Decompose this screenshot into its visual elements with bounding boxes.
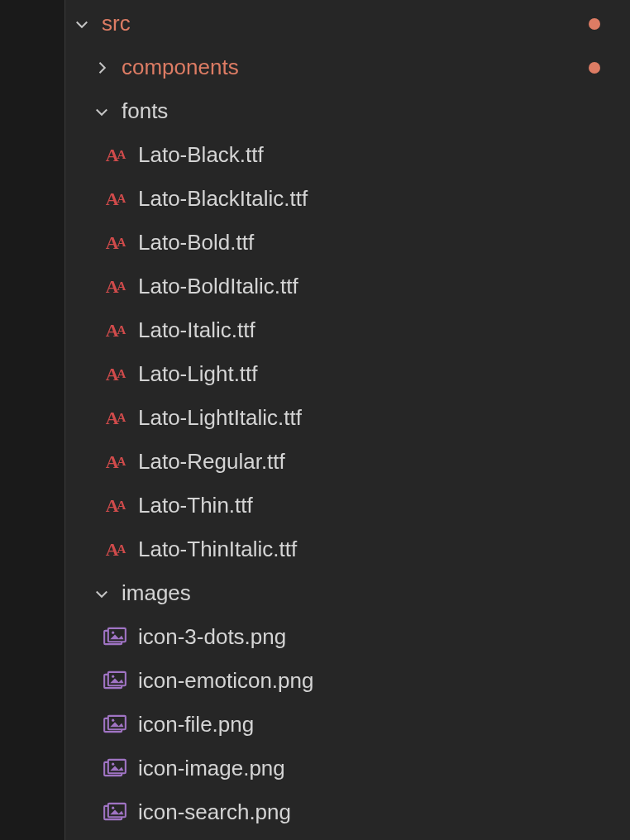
font-file-icon: AA: [103, 538, 126, 561]
file-Lato-BlackItalic-ttf[interactable]: AALato-BlackItalic.ttf: [65, 177, 630, 221]
image-file-icon: [103, 714, 126, 737]
svg-point-11: [112, 762, 114, 765]
file-label: Lato-LightItalic.ttf: [138, 405, 302, 431]
file-label: icon-3-dots.png: [138, 624, 286, 650]
file-Lato-ThinItalic-ttf[interactable]: AALato-ThinItalic.ttf: [65, 527, 630, 571]
file-label: Lato-Regular.ttf: [138, 449, 285, 475]
chevron-down-icon[interactable]: [93, 103, 110, 120]
font-file-icon: AA: [103, 275, 126, 298]
folder-label: src: [102, 11, 131, 36]
image-file-icon: [103, 801, 126, 824]
file-icon-file-png[interactable]: icon-file.png: [65, 703, 630, 747]
file-label: Lato-BoldItalic.ttf: [138, 274, 298, 299]
font-file-icon: AA: [103, 407, 126, 430]
file-Lato-Thin-ttf[interactable]: AALato-Thin.ttf: [65, 484, 630, 527]
font-file-icon: AA: [103, 451, 126, 474]
svg-point-2: [112, 631, 114, 633]
file-icon-3-dots-png[interactable]: icon-3-dots.png: [65, 615, 630, 659]
svg-point-5: [112, 675, 114, 677]
file-Lato-Regular-ttf[interactable]: AALato-Regular.ttf: [65, 440, 630, 484]
svg-rect-10: [108, 759, 126, 772]
file-label: icon-emoticon.png: [138, 668, 313, 694]
svg-rect-13: [108, 803, 126, 816]
file-label: Lato-Thin.ttf: [138, 493, 253, 518]
folder-fonts[interactable]: fonts: [65, 89, 630, 133]
modified-indicator-icon: [589, 18, 600, 30]
file-Lato-Italic-ttf[interactable]: AALato-Italic.ttf: [65, 308, 630, 352]
font-file-icon: AA: [103, 319, 126, 342]
file-label: Lato-Black.ttf: [138, 142, 264, 168]
chevron-right-icon[interactable]: [93, 60, 110, 76]
chevron-down-icon[interactable]: [93, 585, 110, 602]
file-label: Lato-Italic.ttf: [138, 317, 255, 343]
folder-label: images: [122, 580, 191, 606]
font-file-icon: AA: [103, 494, 126, 518]
file-icon-emoticon-png[interactable]: icon-emoticon.png: [65, 659, 630, 703]
svg-point-14: [112, 806, 114, 809]
file-label: Lato-Light.ttf: [138, 361, 258, 387]
font-file-icon: AA: [103, 188, 126, 211]
folder-src[interactable]: src: [65, 2, 630, 45]
image-file-icon: [103, 670, 126, 693]
file-label: Lato-Bold.ttf: [138, 230, 254, 255]
folder-label: fonts: [122, 98, 168, 124]
font-file-icon: AA: [103, 231, 126, 255]
activity-bar-gutter: [0, 0, 64, 840]
file-icon-image-png[interactable]: icon-image.png: [65, 747, 630, 790]
folder-images[interactable]: images: [65, 571, 630, 615]
chevron-down-icon[interactable]: [74, 16, 90, 32]
file-Lato-LightItalic-ttf[interactable]: AALato-LightItalic.ttf: [65, 396, 630, 440]
file-Lato-Light-ttf[interactable]: AALato-Light.ttf: [65, 352, 630, 396]
file-Lato-Black-ttf[interactable]: AALato-Black.ttf: [65, 133, 630, 177]
image-file-icon: [103, 757, 126, 780]
file-label: icon-file.png: [138, 712, 254, 737]
file-explorer: srccomponentsfontsAALato-Black.ttfAALato…: [64, 0, 630, 840]
file-Lato-BoldItalic-ttf[interactable]: AALato-BoldItalic.ttf: [65, 265, 630, 308]
font-file-icon: AA: [103, 363, 126, 386]
image-file-icon: [103, 626, 126, 649]
svg-rect-7: [108, 715, 126, 728]
file-label: icon-image.png: [138, 756, 285, 781]
modified-indicator-icon: [589, 62, 600, 74]
file-Lato-Bold-ttf[interactable]: AALato-Bold.ttf: [65, 221, 630, 265]
folder-label: components: [122, 55, 239, 80]
file-label: icon-search.png: [138, 799, 291, 825]
font-file-icon: AA: [103, 144, 126, 167]
svg-rect-1: [108, 628, 126, 641]
folder-components[interactable]: components: [65, 45, 630, 89]
svg-rect-4: [108, 671, 126, 685]
svg-point-8: [112, 718, 114, 721]
file-icon-search-png[interactable]: icon-search.png: [65, 790, 630, 834]
file-label: Lato-BlackItalic.ttf: [138, 186, 308, 212]
file-label: Lato-ThinItalic.ttf: [138, 537, 297, 562]
